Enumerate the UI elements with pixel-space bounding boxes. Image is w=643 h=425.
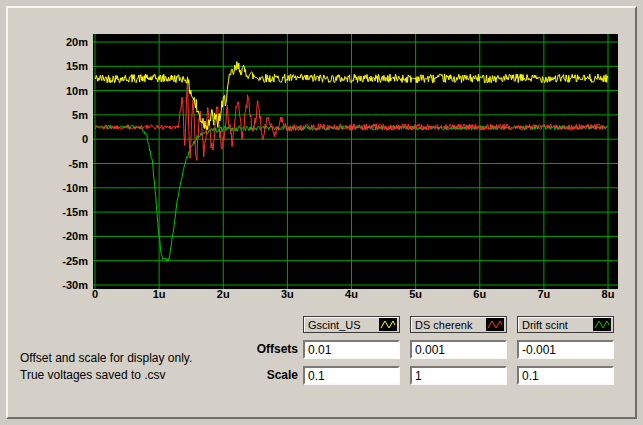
y-tick-label: -25m xyxy=(62,255,88,267)
x-tick-label: 0 xyxy=(92,288,98,300)
waveform-glyph-icon xyxy=(593,318,611,331)
y-tick-label: -5m xyxy=(68,158,88,170)
y-tick-label: 5m xyxy=(72,109,88,121)
legend-item-gscint-us[interactable]: Gscint_US xyxy=(303,316,400,333)
y-tick-label: 10m xyxy=(66,85,88,97)
scale-input-1[interactable] xyxy=(303,366,400,385)
y-tick-label: 15m xyxy=(66,60,88,72)
offsets-label: Offsets xyxy=(238,340,298,359)
scale-input-2[interactable] xyxy=(410,366,507,385)
front-panel: 01u2u3u4u5u6u7u8u20m15m10m5m0-5m-10m-15m… xyxy=(0,0,643,425)
y-tick-label: -20m xyxy=(62,230,88,242)
x-tick-label: 7u xyxy=(537,288,550,300)
y-tick-label: 0 xyxy=(82,133,88,145)
scale-label: Scale xyxy=(238,366,298,385)
y-tick-label: -10m xyxy=(62,182,88,194)
x-tick-label: 6u xyxy=(473,288,486,300)
x-tick-label: 8u xyxy=(602,288,615,300)
offset-input-3[interactable] xyxy=(517,340,614,359)
legend-item-drift-scint[interactable]: Drift scint xyxy=(517,316,614,333)
waveform-glyph-icon xyxy=(379,318,397,331)
y-tick-label: -30m xyxy=(62,279,88,291)
legend-label: Gscint_US xyxy=(308,319,361,331)
y-tick-label: 20m xyxy=(66,36,88,48)
y-tick-label: -15m xyxy=(62,206,88,218)
x-tick-label: 1u xyxy=(153,288,166,300)
offset-input-2[interactable] xyxy=(410,340,507,359)
waveform-graph: 01u2u3u4u5u6u7u8u20m15m10m5m0-5m-10m-15m… xyxy=(28,30,624,304)
display-note: Offset and scale for display only. True … xyxy=(20,350,192,384)
display-note-line1: Offset and scale for display only. xyxy=(20,350,192,367)
x-tick-label: 3u xyxy=(281,288,294,300)
waveform-glyph-icon xyxy=(486,318,504,331)
plot-background xyxy=(93,34,618,289)
x-tick-label: 5u xyxy=(409,288,422,300)
legend-label: DS cherenk xyxy=(415,319,472,331)
scale-input-3[interactable] xyxy=(517,366,614,385)
display-note-line2: True voltages saved to .csv xyxy=(20,367,192,384)
legend-item-ds-cherenk[interactable]: DS cherenk xyxy=(410,316,507,333)
x-tick-label: 2u xyxy=(217,288,230,300)
legend-label: Drift scint xyxy=(522,319,568,331)
x-tick-label: 4u xyxy=(345,288,358,300)
offset-input-1[interactable] xyxy=(303,340,400,359)
